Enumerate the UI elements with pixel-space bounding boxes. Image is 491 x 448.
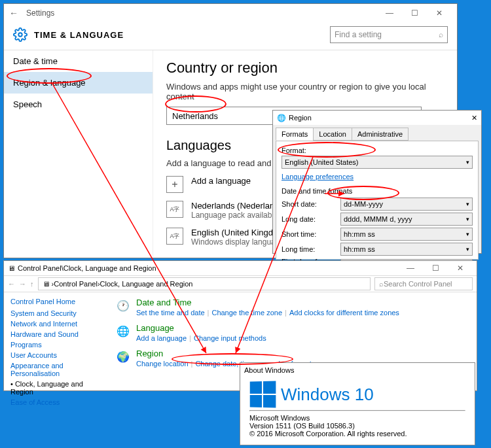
back-icon[interactable]: ← [9, 8, 18, 18]
cp-datetime-link[interactable]: Date and Time [136, 298, 399, 307]
cp-nav-appearance[interactable]: Appearance and Personalisation [10, 362, 102, 377]
language-icon: A字 [166, 228, 183, 245]
about-line3: © 2016 Microsoft Corporation. All rights… [249, 430, 465, 438]
cp-icon: 🖥 [8, 264, 15, 272]
search-icon: ⌕ [439, 30, 443, 39]
cp-language-link[interactable]: Language [136, 323, 266, 333]
country-desc: Windows and apps might use your country … [166, 82, 444, 101]
chevron-down-icon: ▾ [466, 246, 469, 252]
cp-navbar: ← → ↑ 🖥 › Control Panel › Clock, Languag… [4, 275, 477, 292]
minimize-button[interactable]: — [398, 261, 423, 275]
link[interactable]: Change location [136, 360, 189, 368]
format-label: Format: [282, 146, 473, 154]
cp-search[interactable]: ⌕ Search Control Panel [374, 277, 473, 290]
shortdate-select[interactable]: dd-MM-yyyy▾ [340, 198, 473, 211]
country-heading: Country or region [166, 60, 444, 77]
language-preferences-link[interactable]: Language preferences [282, 173, 354, 181]
sidebar-region-language[interactable]: Region & language [4, 72, 153, 94]
settings-titlebar: ← Settings — ☐ ✕ [4, 4, 457, 22]
about-windows-dialog: About Windows Windows 10 Microsoft Windo… [240, 362, 475, 445]
close-button[interactable]: ✕ [427, 6, 452, 20]
country-value: Netherlands [172, 111, 218, 121]
formats-panel: Format: English (United States) ▾ Langua… [276, 141, 479, 260]
lang-sub: Language pack available [191, 211, 282, 220]
link[interactable]: Change the time zone [211, 309, 282, 317]
close-button[interactable]: ✕ [471, 114, 477, 122]
cp-region-link[interactable]: Region [136, 349, 315, 358]
longtime-label: Long time: [282, 245, 336, 253]
windows-logo-icon [250, 381, 276, 407]
cp-nav-system[interactable]: System and Security [10, 309, 102, 317]
longdate-label: Long date: [282, 215, 336, 223]
format-value: English (United States) [285, 158, 359, 166]
settings-sidebar: Date & time Region & language Speech [4, 50, 153, 257]
gear-icon [13, 27, 27, 42]
cp-home-link[interactable]: Control Panel Home [10, 298, 102, 305]
svg-point-0 [18, 33, 22, 37]
globe-icon: 🌍 [115, 349, 131, 364]
region-titlebar: 🌐 Region ✕ [273, 111, 481, 125]
longdate-select[interactable]: dddd, MMMM d, yyyy▾ [340, 213, 473, 226]
cp-nav-clock[interactable]: Clock, Language and Region [10, 380, 102, 396]
settings-search[interactable]: Find a setting ⌕ [330, 26, 448, 43]
chevron-down-icon: ▾ [466, 159, 469, 165]
region-tabs: Formats Location Administrative [273, 125, 481, 141]
cp-nav-network[interactable]: Network and Internet [10, 320, 102, 328]
datetime-formats-label: Date and time formats [282, 187, 473, 195]
add-language-label: Add a language [191, 176, 251, 186]
settings-title: Settings [26, 9, 54, 18]
link[interactable]: Add a language [136, 334, 187, 342]
back-button[interactable]: ← [8, 280, 15, 288]
cp-nav-programs[interactable]: Programs [10, 341, 102, 349]
maximize-button[interactable]: ☐ [423, 261, 448, 275]
language-icon: A字 [166, 201, 183, 218]
windows-logo: Windows 10 [249, 381, 465, 407]
windows-logo-text: Windows 10 [281, 385, 374, 405]
shortdate-label: Short date: [282, 200, 336, 208]
cp-title: Control Panel\Clock, Language and Region [18, 264, 156, 272]
address-bar[interactable]: 🖥 › Control Panel › Clock, Language and … [38, 277, 371, 290]
link[interactable]: Set the time and date [136, 309, 205, 317]
minimize-button[interactable]: — [377, 6, 402, 20]
search-icon: ⌕ [379, 280, 384, 288]
cp-titlebar: 🖥 Control Panel\Clock, Language and Regi… [4, 261, 477, 275]
sidebar-date-time[interactable]: Date & time [4, 50, 153, 72]
clock-icon: 🕐 [115, 298, 131, 313]
cp-nav-ease[interactable]: Ease of Access [10, 398, 102, 406]
up-button[interactable]: ↑ [30, 280, 34, 288]
about-title: About Windows [244, 366, 294, 374]
plus-icon: + [166, 176, 183, 193]
link[interactable]: Change input methods [194, 334, 266, 342]
lang-name: Nederlands (Nederland) [191, 201, 282, 211]
tab-formats[interactable]: Formats [276, 128, 314, 141]
folder-icon: 🖥 › [43, 280, 54, 288]
about-line1: Microsoft Windows [249, 414, 465, 422]
sidebar-speech[interactable]: Speech [4, 94, 153, 115]
forward-button[interactable]: → [19, 280, 26, 288]
about-titlebar: About Windows [240, 363, 475, 377]
link[interactable]: Add clocks for different time zones [289, 309, 399, 317]
chevron-down-icon: ▾ [466, 216, 469, 222]
region-title: Region [289, 114, 312, 122]
cp-nav-user[interactable]: User Accounts [10, 351, 102, 359]
tab-location[interactable]: Location [313, 128, 352, 141]
maximize-button[interactable]: ☐ [402, 6, 427, 20]
cp-category-language: 🌐 Language Add a language|Change input m… [115, 323, 470, 342]
chevron-down-icon: ▾ [466, 231, 469, 237]
region-dialog: 🌐 Region ✕ Formats Location Administrati… [272, 110, 482, 254]
shorttime-label: Short time: [282, 230, 336, 238]
tab-administrative[interactable]: Administrative [352, 128, 409, 141]
settings-heading: TIME & LANGUAGE [34, 30, 124, 40]
format-select[interactable]: English (United States) ▾ [282, 156, 473, 169]
globe-icon: 🌐 [277, 114, 286, 122]
cp-sidebar: Control Panel Home System and Security N… [4, 292, 109, 390]
about-line2: Version 1511 (OS Build 10586.3) [249, 422, 465, 430]
longtime-select[interactable]: hh:mm ss▾ [340, 243, 473, 256]
cp-category-datetime: 🕐 Date and Time Set the time and date|Ch… [115, 298, 470, 317]
shorttime-select[interactable]: hh:mm ss▾ [340, 228, 473, 241]
close-button[interactable]: ✕ [448, 261, 473, 275]
chevron-down-icon: ▾ [466, 201, 469, 207]
cp-nav-hardware[interactable]: Hardware and Sound [10, 330, 102, 338]
settings-header: TIME & LANGUAGE Find a setting ⌕ [4, 22, 457, 50]
search-placeholder: Find a setting [335, 30, 382, 39]
